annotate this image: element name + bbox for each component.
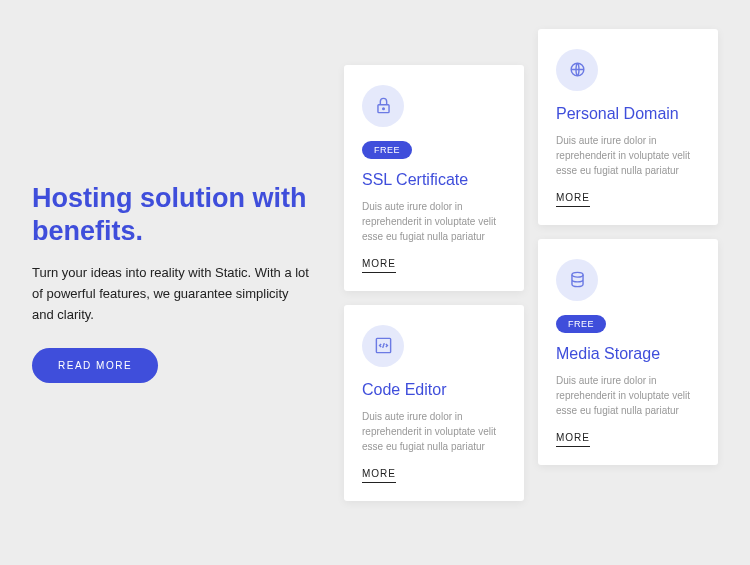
database-icon	[556, 259, 598, 301]
globe-icon	[556, 49, 598, 91]
hero-section: Hosting solution with benefits. Turn you…	[32, 182, 312, 382]
cards-grid: FREE SSL Certificate Duis aute irure dol…	[344, 65, 718, 501]
card-title: SSL Certificate	[362, 171, 468, 189]
card-media-storage: FREE Media Storage Duis aute irure dolor…	[538, 239, 718, 465]
more-link[interactable]: MORE	[556, 432, 590, 447]
card-desc: Duis aute irure dolor in reprehenderit i…	[556, 373, 700, 418]
card-personal-domain: Personal Domain Duis aute irure dolor in…	[538, 29, 718, 225]
more-link[interactable]: MORE	[362, 258, 396, 273]
lock-icon	[362, 85, 404, 127]
free-badge: FREE	[556, 315, 606, 333]
card-title: Personal Domain	[556, 105, 679, 123]
free-badge: FREE	[362, 141, 412, 159]
card-title: Code Editor	[362, 381, 447, 399]
card-desc: Duis aute irure dolor in reprehenderit i…	[362, 199, 506, 244]
code-icon	[362, 325, 404, 367]
read-more-button[interactable]: READ MORE	[32, 348, 158, 383]
card-desc: Duis aute irure dolor in reprehenderit i…	[556, 133, 700, 178]
card-ssl: FREE SSL Certificate Duis aute irure dol…	[344, 65, 524, 291]
svg-point-1	[382, 108, 384, 110]
svg-point-4	[571, 272, 582, 277]
more-link[interactable]: MORE	[556, 192, 590, 207]
hero-subtext: Turn your ideas into reality with Static…	[32, 263, 312, 325]
card-code-editor: Code Editor Duis aute irure dolor in rep…	[344, 305, 524, 501]
card-desc: Duis aute irure dolor in reprehenderit i…	[362, 409, 506, 454]
hero-heading: Hosting solution with benefits.	[32, 182, 312, 247]
card-title: Media Storage	[556, 345, 660, 363]
more-link[interactable]: MORE	[362, 468, 396, 483]
